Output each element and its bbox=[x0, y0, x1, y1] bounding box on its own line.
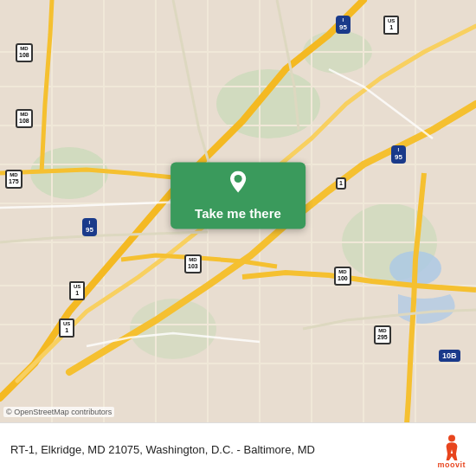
sign-md100: MD 100 bbox=[334, 267, 351, 286]
sign-us1-top: US 1 bbox=[383, 16, 399, 35]
sign-md175: MD 175 bbox=[5, 170, 23, 189]
attribution: © OpenStreetMap contributors bbox=[3, 407, 114, 417]
moovit-logo: moovit bbox=[437, 433, 466, 469]
sign-md108-top: MD 108 bbox=[16, 43, 33, 62]
sign-i95-right: I 95 bbox=[391, 145, 406, 164]
take-me-there-button[interactable]: Take me there bbox=[170, 162, 306, 228]
sign-md108-mid: MD 108 bbox=[16, 109, 33, 128]
sign-i95-top: I 95 bbox=[336, 16, 351, 34]
svg-point-24 bbox=[234, 175, 241, 183]
sign-md103: MD 103 bbox=[184, 254, 202, 273]
sign-us1-bottom: US 1 bbox=[59, 318, 74, 338]
sign-us1-mid: US 1 bbox=[69, 281, 85, 300]
map-container: I 95 I 95 I 95 US 1 US 1 US 1 MD 108 MD … bbox=[0, 0, 476, 476]
address-text: RT-1, Elkridge, MD 21075, Washington, D.… bbox=[10, 442, 428, 458]
sign-10b: 10B bbox=[439, 350, 460, 362]
sign-md295: MD 295 bbox=[374, 325, 391, 344]
svg-point-25 bbox=[448, 434, 455, 441]
moovit-label: moovit bbox=[437, 460, 466, 469]
sign-md1: 1 bbox=[336, 177, 346, 190]
sign-i95-mid: I 95 bbox=[82, 218, 97, 236]
info-bar: RT-1, Elkridge, MD 21075, Washington, D.… bbox=[0, 422, 476, 476]
